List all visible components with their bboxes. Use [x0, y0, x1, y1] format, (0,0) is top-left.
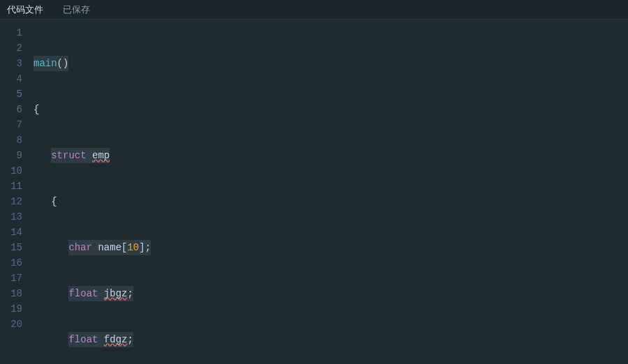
line-number: 2 [0, 40, 22, 56]
line-number: 6 [0, 102, 22, 117]
line-number: 12 [0, 194, 22, 209]
line-number: 11 [0, 179, 22, 194]
line-number: 14 [0, 225, 22, 240]
line-number: 10 [0, 163, 22, 179]
tab-code-file[interactable]: 代码文件 [7, 3, 43, 16]
line-number: 19 [0, 301, 22, 317]
code-editor[interactable]: 1 2 3 4 5 6 7 8 9 10 11 12 13 14 15 16 1… [0, 20, 628, 364]
line-number: 3 [0, 56, 22, 71]
code-line[interactable]: { [33, 102, 628, 117]
line-number: 13 [0, 209, 22, 225]
line-number: 9 [0, 148, 22, 163]
line-number: 18 [0, 286, 22, 301]
tab-bar: 代码文件 已保存 [0, 0, 628, 20]
line-number: 7 [0, 117, 22, 132]
code-line[interactable]: main() [33, 56, 628, 71]
line-number: 4 [0, 71, 22, 86]
line-number: 16 [0, 255, 22, 271]
code-line[interactable]: char name[10]; [33, 240, 628, 255]
code-line[interactable]: float fdgz; [33, 332, 628, 347]
code-area[interactable]: main() { struct emp { char name[10]; flo… [29, 20, 628, 364]
line-number-gutter: 1 2 3 4 5 6 7 8 9 10 11 12 13 14 15 16 1… [0, 20, 29, 364]
line-number: 20 [0, 317, 22, 332]
line-number: 15 [0, 240, 22, 255]
line-number: 17 [0, 271, 22, 286]
tab-saved-status: 已保存 [63, 3, 90, 16]
line-number: 5 [0, 86, 22, 102]
code-line[interactable]: struct emp [33, 148, 628, 163]
line-number: 8 [0, 132, 22, 148]
line-number: 1 [0, 25, 22, 40]
code-line[interactable]: { [33, 194, 628, 209]
code-line[interactable]: float jbgz; [33, 286, 628, 301]
